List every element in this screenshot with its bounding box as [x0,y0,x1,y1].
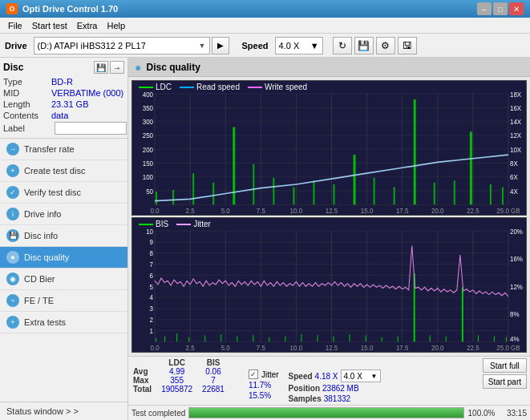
svg-text:20%: 20% [510,227,523,236]
svg-rect-21 [156,192,157,204]
svg-text:1: 1 [150,326,154,335]
svg-rect-32 [374,178,375,204]
svg-rect-93 [188,337,189,342]
sidebar-item-create-test-disc[interactable]: + Create test disc [0,160,127,182]
speed-dropdown-small[interactable]: 4.0 X ▼ [341,370,381,382]
speed-label: Speed [242,41,269,50]
refresh-icon[interactable]: ↻ [333,37,352,55]
main-layout: Disc 💾 → Type BD-R MID VERBATIMe (000) L… [0,58,530,420]
disc-info-icon[interactable]: 💾 [94,61,108,74]
menu-extra[interactable]: Extra [72,20,103,31]
sidebar-status: Status window > > [0,402,127,420]
total-ldc: 1905872 [156,385,197,394]
svg-text:6: 6 [150,271,154,280]
samples-label: Samples [289,394,322,403]
minimize-button[interactable]: – [477,2,492,15]
speed-section: Speed 4.18 X 4.0 X ▼ Position 23862 MB S… [289,370,381,403]
settings-icon[interactable]: ⚙ [376,37,395,55]
drive-dropdown[interactable]: (D:) ATAPI iHBS312 2 PL17 ▼ [34,37,210,55]
drive-label: Drive [5,41,27,50]
svg-text:20.0: 20.0 [431,343,444,352]
svg-rect-97 [253,335,253,341]
status-window-button[interactable]: Status window > > [0,402,127,420]
svg-text:50: 50 [146,187,153,196]
svg-text:8%: 8% [510,310,520,319]
avg-row: Avg 4.99 0.06 [131,367,239,376]
jitter-checkbox[interactable]: ✓ [249,370,258,379]
sidebar-item-extra-tests[interactable]: + Extra tests [0,312,127,333]
disc-icon[interactable]: 💾 [354,37,374,55]
avg-bis: 0.06 [197,367,229,376]
drive-select-container: (D:) ATAPI iHBS312 2 PL17 ▼ ▶ [34,37,229,55]
svg-rect-98 [269,337,269,342]
save-icon[interactable]: 🖫 [398,37,417,55]
svg-text:22.5: 22.5 [467,343,479,352]
speed-value: 4.0 X [279,41,300,50]
svg-text:20.0: 20.0 [431,206,444,215]
jitter-avg-val: 11.7% [249,381,271,390]
sidebar-item-cd-bier[interactable]: ◉ CD Bier [0,269,127,290]
transfer-rate-label: Transfer rate [24,144,75,154]
jitter-max-val: 15.5% [249,391,271,400]
sidebar-item-verify-test-disc[interactable]: ✓ Verify test disc [0,182,127,204]
jitter-legend-label: Jitter [193,220,211,228]
menu-help[interactable]: Help [102,20,130,31]
close-button[interactable]: ✕ [509,2,524,15]
disc-type-value: BD-R [51,77,73,87]
svg-rect-29 [313,180,314,204]
svg-text:12.5: 12.5 [326,343,338,352]
svg-rect-109 [446,336,447,341]
ldc-legend-label: LDC [156,83,172,91]
disc-quality-icon: ● [6,251,19,264]
speed-dropdown[interactable]: 4.0 X ▼ [275,37,323,55]
disc-label-input[interactable] [55,122,127,135]
svg-rect-96 [237,336,237,341]
disc-arrow-icon[interactable]: → [110,61,124,74]
start-part-button[interactable]: Start part [483,374,527,389]
svg-text:100: 100 [143,173,154,182]
svg-text:15.0: 15.0 [361,343,374,352]
chart2-legend: BIS Jitter [139,220,211,228]
disc-mid-key: MID [3,88,51,98]
svg-text:16X: 16X [510,103,521,112]
sidebar-item-disc-quality[interactable]: ● Disc quality [0,247,127,269]
drive-dropdown-value: (D:) ATAPI iHBS312 2 PL17 [38,41,146,50]
disc-contents-key: Contents [3,111,51,120]
sidebar-item-disc-info[interactable]: 💾 Disc info [0,225,127,247]
menu-file[interactable]: File [3,20,27,31]
status-window-label: Status window > > [6,406,79,416]
progress-area: Test completed 100.0% 33:15 [128,405,530,420]
sidebar-item-transfer-rate[interactable]: → Transfer rate [0,139,127,160]
disc-label-key: Label [3,123,51,133]
ldc-column-header: LDC [156,358,197,367]
svg-text:16%: 16% [510,255,523,264]
write-speed-legend-label: Write speed [265,83,307,91]
svg-text:5.0: 5.0 [221,343,230,352]
svg-rect-104 [366,335,366,341]
fe-te-label: FE / TE [24,296,54,305]
maximize-button[interactable]: □ [493,2,508,15]
svg-text:14X: 14X [510,118,521,127]
disc-panel: Disc 💾 → Type BD-R MID VERBATIMe (000) L… [0,58,127,139]
charts-container: LDC Read speed Write speed [128,77,530,356]
svg-text:10.0: 10.0 [290,343,303,352]
sidebar-item-fe-te[interactable]: ~ FE / TE [0,290,127,312]
svg-text:200: 200 [143,145,154,154]
start-full-button[interactable]: Start full [483,358,527,373]
menu-start-test[interactable]: Start test [27,20,72,31]
jitter-avg-row: 11.7% [249,381,279,390]
drive-eject-button[interactable]: ▶ [212,37,229,55]
svg-rect-92 [176,333,177,341]
max-bis: 7 [197,376,229,385]
disc-info-label: Disc info [24,231,58,240]
sidebar-item-drive-info[interactable]: i Drive info [0,204,127,225]
chart2-wrapper: BIS Jitter [131,217,527,353]
svg-text:25.0 GB: 25.0 GB [496,343,520,352]
svg-rect-108 [430,335,431,341]
svg-text:15.0: 15.0 [361,206,374,215]
disc-info-nav-icon: 💾 [6,229,19,242]
progress-time: 33:15 [499,409,527,418]
svg-rect-113 [506,337,507,342]
disc-quality-header-icon: ● [135,61,141,74]
drive-info-icon: i [6,208,19,220]
